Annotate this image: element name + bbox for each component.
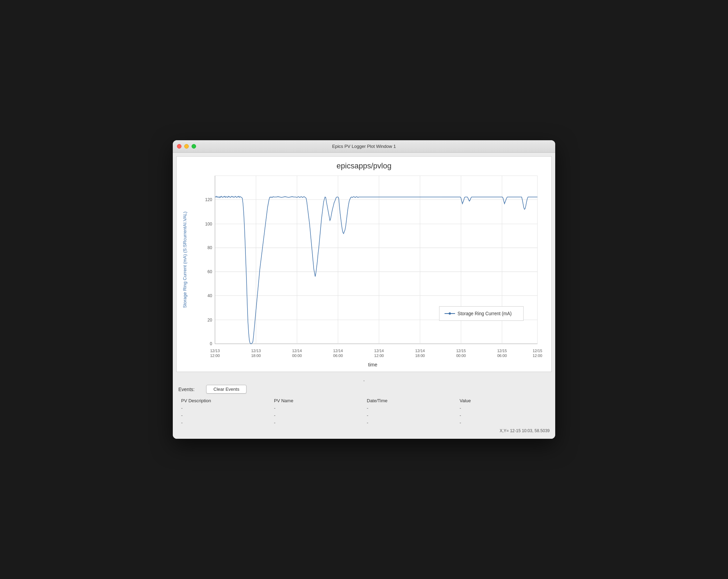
chart-area: epicsapps/pvlog Storage Ring Current (mA… bbox=[176, 156, 552, 372]
table-cell-value: - bbox=[457, 412, 550, 419]
svg-text:12/14: 12/14 bbox=[333, 348, 343, 352]
svg-text:Storage Ring Current (mA): Storage Ring Current (mA) bbox=[458, 311, 512, 316]
events-table: PV Description PV Name Date/Time Value -… bbox=[178, 397, 550, 426]
table-cell-value: - bbox=[457, 419, 550, 426]
col-header-pv-description: PV Description bbox=[178, 397, 271, 404]
svg-text:0: 0 bbox=[210, 341, 212, 346]
table-cell-pv_name: - bbox=[271, 404, 364, 412]
svg-text:60: 60 bbox=[208, 269, 212, 274]
clear-events-button[interactable]: Clear Events bbox=[206, 385, 246, 394]
x-axis-label: time bbox=[201, 362, 544, 367]
col-header-value: Value bbox=[457, 397, 550, 404]
y-axis-label: Storage Ring Current (mA) (S:SRcurrentAI… bbox=[179, 176, 190, 344]
table-cell-datetime: - bbox=[364, 419, 457, 426]
svg-text:12:00: 12:00 bbox=[210, 353, 220, 357]
svg-text:18:00: 18:00 bbox=[415, 353, 425, 357]
table-cell-datetime: - bbox=[364, 412, 457, 419]
col-header-pv-name: PV Name bbox=[271, 397, 364, 404]
events-label: Events: bbox=[178, 387, 199, 392]
events-row: Events: Clear Events bbox=[178, 385, 550, 394]
table-cell-pv_name: - bbox=[271, 412, 364, 419]
svg-text:00:00: 00:00 bbox=[292, 353, 302, 357]
table-cell-pv_name: - bbox=[271, 419, 364, 426]
col-header-datetime: Date/Time bbox=[364, 397, 457, 404]
svg-text:12/14: 12/14 bbox=[374, 348, 384, 352]
table-cell-datetime: - bbox=[364, 404, 457, 412]
maximize-button[interactable] bbox=[192, 144, 196, 149]
chart-svg: 0 20 40 60 80 100 120 12/13 12:00 12/13 … bbox=[201, 176, 544, 344]
svg-text:80: 80 bbox=[208, 245, 212, 250]
svg-text:40: 40 bbox=[208, 293, 212, 298]
svg-text:12/15: 12/15 bbox=[497, 348, 507, 352]
svg-text:12:00: 12:00 bbox=[533, 353, 542, 357]
close-button[interactable] bbox=[177, 144, 181, 149]
titlebar: Epics PV Logger Plot Window 1 bbox=[173, 140, 555, 153]
divider-handle[interactable]: • bbox=[178, 379, 550, 383]
svg-text:120: 120 bbox=[205, 197, 212, 202]
coordinates-display: X,Y= 12-15 10:03, 58.5039 bbox=[500, 428, 550, 433]
window-title: Epics PV Logger Plot Window 1 bbox=[332, 144, 396, 149]
bottom-panel: • Events: Clear Events PV Description PV… bbox=[173, 375, 555, 439]
table-cell-value: - bbox=[457, 404, 550, 412]
chart-title: epicsapps/pvlog bbox=[177, 157, 551, 172]
data-line bbox=[215, 196, 537, 344]
table-cell-pv_description: - bbox=[178, 419, 271, 426]
svg-text:12/14: 12/14 bbox=[292, 348, 302, 352]
svg-point-45 bbox=[449, 312, 451, 315]
traffic-lights bbox=[177, 144, 196, 149]
svg-text:12/15: 12/15 bbox=[533, 348, 542, 352]
table-cell-pv_description: - bbox=[178, 404, 271, 412]
svg-text:00:00: 00:00 bbox=[456, 353, 466, 357]
svg-text:20: 20 bbox=[208, 317, 212, 322]
svg-text:100: 100 bbox=[205, 221, 212, 226]
chart-inner: 0 20 40 60 80 100 120 12/13 12:00 12/13 … bbox=[201, 176, 544, 344]
svg-text:12/14: 12/14 bbox=[415, 348, 425, 352]
svg-text:06:00: 06:00 bbox=[333, 353, 343, 357]
svg-text:06:00: 06:00 bbox=[497, 353, 507, 357]
main-window: Epics PV Logger Plot Window 1 epicsapps/… bbox=[173, 140, 555, 439]
table-row: ---- bbox=[178, 404, 550, 412]
svg-text:12:00: 12:00 bbox=[374, 353, 384, 357]
svg-text:18:00: 18:00 bbox=[251, 353, 261, 357]
svg-text:12/15: 12/15 bbox=[456, 348, 466, 352]
table-row: ---- bbox=[178, 412, 550, 419]
svg-text:12/13: 12/13 bbox=[251, 348, 261, 352]
svg-text:12/13: 12/13 bbox=[210, 348, 220, 352]
table-row: ---- bbox=[178, 419, 550, 426]
events-table-header: PV Description PV Name Date/Time Value bbox=[178, 397, 550, 404]
minimize-button[interactable] bbox=[184, 144, 189, 149]
status-bar: X,Y= 12-15 10:03, 58.5039 bbox=[178, 426, 550, 433]
table-cell-pv_description: - bbox=[178, 412, 271, 419]
